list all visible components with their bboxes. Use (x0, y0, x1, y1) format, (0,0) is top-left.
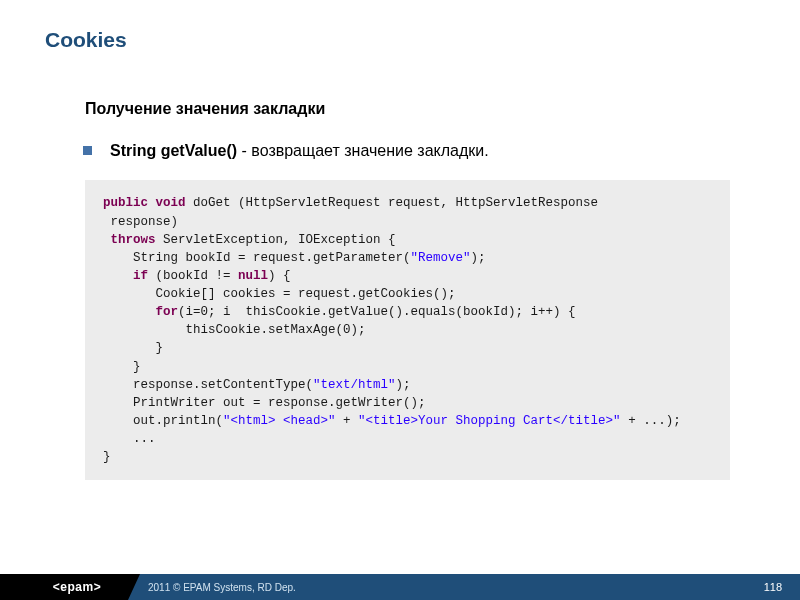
code-kw: null (238, 269, 268, 283)
bullet-rest: - возвращает значение закладки. (237, 142, 489, 159)
code-text: + (336, 414, 359, 428)
code-text: PrintWriter out = response.getWriter(); (103, 396, 426, 410)
code-text (103, 305, 156, 319)
bullet-text: String getValue() - возвращает значение … (110, 140, 489, 162)
code-kw: void (156, 196, 186, 210)
code-text: + ...); (621, 414, 681, 428)
code-text: ) { (268, 269, 291, 283)
code-text: (i=0; i thisCookie.getValue().equals(boo… (178, 305, 576, 319)
code-kw: throws (111, 233, 156, 247)
code-text: ); (471, 251, 486, 265)
code-kw: for (156, 305, 179, 319)
code-text (103, 269, 133, 283)
code-text: ServletException, IOException { (156, 233, 396, 247)
code-text: doGet (HttpServletRequest request, HttpS… (186, 196, 599, 210)
slide-title: Cookies (0, 0, 800, 52)
code-text: } (103, 450, 111, 464)
code-text: ... (103, 432, 156, 446)
code-text: response.setContentType( (103, 378, 313, 392)
code-text: Cookie[] cookies = request.getCookies(); (103, 287, 456, 301)
code-str: "Remove" (411, 251, 471, 265)
code-str: "<html> <head>" (223, 414, 336, 428)
logo: <epam> (0, 574, 140, 600)
code-kw: public (103, 196, 148, 210)
code-text: thisCookie.setMaxAge(0); (103, 323, 366, 337)
code-block: public void doGet (HttpServletRequest re… (85, 180, 730, 480)
code-text: ); (396, 378, 411, 392)
bullet-icon (83, 146, 92, 155)
bullet-bold: String getValue() (110, 142, 237, 159)
code-text: out.println( (103, 414, 223, 428)
page-number: 118 (746, 574, 800, 600)
code-text: } (103, 360, 141, 374)
bullet-item: String getValue() - возвращает значение … (83, 140, 755, 162)
subheading: Получение значения закладки (85, 100, 755, 118)
code-text: } (103, 341, 163, 355)
code-str: "text/html" (313, 378, 396, 392)
copyright: 2011 © EPAM Systems, RD Dep. (126, 574, 746, 600)
content-area: Получение значения закладки String getVa… (0, 52, 800, 480)
code-text (148, 196, 156, 210)
code-text: (bookId != (148, 269, 238, 283)
code-text: response) (103, 215, 178, 229)
code-text: String bookId = request.getParameter( (103, 251, 411, 265)
code-text (103, 233, 111, 247)
footer: <epam> 2011 © EPAM Systems, RD Dep. 118 (0, 574, 800, 600)
code-kw: if (133, 269, 148, 283)
code-str: "<title>Your Shopping Cart</title>" (358, 414, 621, 428)
